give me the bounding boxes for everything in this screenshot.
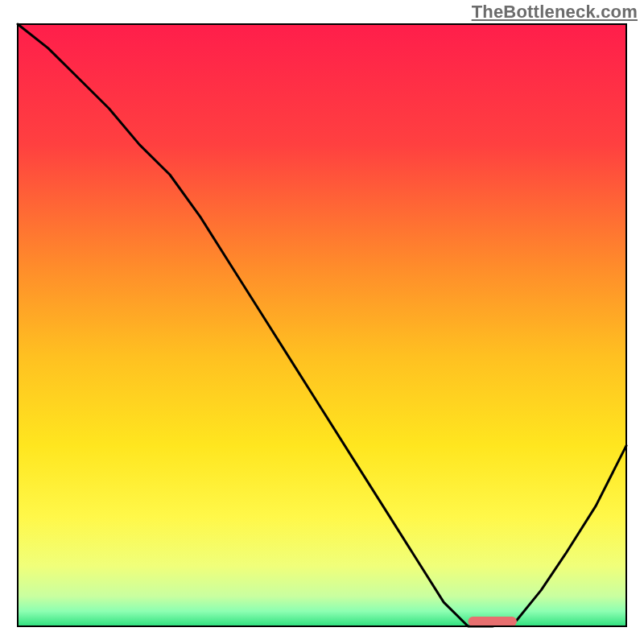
optimal-range-marker xyxy=(468,617,516,626)
bottleneck-chart xyxy=(0,0,644,644)
chart-container: TheBottleneck.com xyxy=(0,0,644,644)
chart-background xyxy=(18,24,626,626)
